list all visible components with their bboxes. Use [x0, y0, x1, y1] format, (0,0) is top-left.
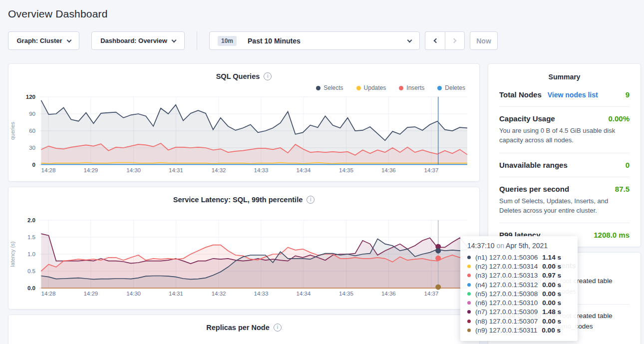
- summary-value: 0.00%: [608, 114, 630, 123]
- svg-text:0.0: 0.0: [27, 285, 35, 291]
- time-range-label: Past 10 Minutes: [248, 37, 301, 45]
- tooltip-time: 14:37:10: [467, 242, 495, 250]
- svg-text:14:35: 14:35: [339, 291, 353, 297]
- svg-text:14:36: 14:36: [381, 291, 396, 297]
- node-address: (n5) 127.0.0.1:50308: [475, 290, 538, 298]
- inserts-dot-icon: [399, 86, 403, 90]
- chart-hover-tooltip: 14:37:10 on Apr 5th, 2021 (n1) 127.0.0.1…: [460, 236, 578, 341]
- node-address: (n6) 127.0.0.1:50310: [475, 299, 538, 307]
- legend-item-updates[interactable]: Updates: [356, 84, 386, 92]
- node-address: (n8) 127.0.0.1:50307: [475, 318, 538, 325]
- replicas-per-node-card: Replicas per Node i: [8, 315, 480, 344]
- legend-label: Deletes: [445, 84, 465, 91]
- view-nodes-list-link[interactable]: View nodes list: [548, 91, 598, 99]
- tooltip-row-n5: (n5) 127.0.0.1:503080.00 s: [467, 289, 571, 298]
- summary-label: Queries per second: [499, 185, 569, 193]
- summary-row-capacity-usage: Capacity Usage 0.00% You are using 0 B o…: [499, 107, 630, 153]
- node-latency-value: 0.00 s: [542, 327, 561, 334]
- sql-queries-title-row: SQL Queries i: [8, 64, 479, 81]
- sql-queries-chart[interactable]: 14:2814:2914:3014:3114:3214:3314:3414:35…: [8, 93, 479, 179]
- node-address: (n4) 127.0.0.1:50312: [475, 281, 538, 289]
- info-icon[interactable]: i: [264, 72, 272, 80]
- tooltip-row-n4: (n4) 127.0.0.1:503120.00 s: [467, 280, 571, 289]
- time-range-dropdown[interactable]: 10m Past 10 Minutes: [209, 31, 420, 50]
- node-address: (n2) 127.0.0.1:50314: [475, 263, 538, 270]
- legend-item-deletes[interactable]: Deletes: [437, 84, 465, 92]
- dashboard-dropdown[interactable]: Dashboard: Overview: [91, 31, 185, 50]
- summary-value: 1208.0 ms: [594, 231, 630, 239]
- tooltip-on: on: [496, 242, 504, 250]
- summary-row-total-nodes: Total Nodes View nodes list 9: [499, 83, 630, 107]
- summary-title: Summary: [499, 73, 630, 81]
- svg-text:14:37: 14:37: [424, 291, 439, 297]
- selects-dot-icon: [316, 86, 321, 90]
- summary-value: 0: [626, 161, 630, 169]
- graph-dropdown[interactable]: Graph: Cluster: [8, 31, 79, 50]
- legend-label: Inserts: [406, 84, 424, 91]
- dashboard-dropdown-label: Dashboard: Overview: [100, 37, 167, 44]
- service-latency-card: Service Latency: SQL, 99th percentile i …: [8, 187, 480, 310]
- now-button[interactable]: Now: [470, 31, 498, 50]
- summary-subtext: You are using 0 B of 4.5 GiB usable disk…: [499, 126, 630, 145]
- svg-text:14:34: 14:34: [296, 291, 311, 297]
- summary-label: Capacity Usage: [499, 114, 555, 123]
- svg-text:14:33: 14:33: [254, 167, 269, 173]
- updates-dot-icon: [356, 86, 361, 90]
- node-latency-value: 0.97 s: [542, 272, 561, 279]
- legend-item-inserts[interactable]: Inserts: [399, 84, 424, 92]
- svg-text:14:36: 14:36: [381, 167, 396, 173]
- toolbar: Graph: Cluster Dashboard: Overview 10m P…: [8, 31, 636, 50]
- node-color-dot-icon: [467, 320, 471, 323]
- toolbar-divider: [197, 31, 197, 50]
- summary-rows: Total Nodes View nodes list 9 Capacity U…: [499, 83, 630, 247]
- info-icon[interactable]: i: [307, 196, 315, 204]
- svg-text:0: 0: [32, 162, 35, 168]
- tooltip-row-n6: (n6) 127.0.0.1:503100.00 s: [467, 298, 571, 307]
- tooltip-row-n3: (n3) 127.0.0.1:503130.97 s: [467, 271, 571, 280]
- charts-column: SQL Queries i Selects Updates Inserts: [8, 63, 480, 344]
- svg-text:14:30: 14:30: [126, 291, 141, 297]
- prev-range-button[interactable]: [425, 31, 445, 50]
- sql-queries-title: SQL Queries: [216, 72, 260, 80]
- svg-text:14:29: 14:29: [83, 167, 98, 173]
- service-latency-chart[interactable]: 14:2814:2914:3014:3114:3214:3314:3414:35…: [8, 216, 479, 302]
- replicas-per-node-title: Replicas per Node: [206, 324, 270, 332]
- summary-value: 9: [626, 90, 630, 99]
- svg-text:queries: queries: [9, 121, 15, 140]
- time-range-pager: [425, 31, 465, 50]
- tooltip-timestamp: 14:37:10 on Apr 5th, 2021: [467, 242, 571, 250]
- node-latency-value: 0.00 s: [542, 290, 561, 298]
- chevron-down-icon: [407, 37, 412, 42]
- svg-text:1.0: 1.0: [27, 251, 35, 257]
- tooltip-row-n8: (n8) 127.0.0.1:503070.00 s: [467, 317, 571, 326]
- summary-row-queries-per-second: Queries per second 87.5 Sum of Selects, …: [499, 177, 630, 224]
- svg-text:90: 90: [29, 111, 35, 117]
- info-icon[interactable]: i: [274, 324, 282, 332]
- node-color-dot-icon: [467, 310, 471, 314]
- time-range-badge: 10m: [218, 36, 237, 46]
- summary-label: Total Nodes: [499, 90, 542, 99]
- sql-queries-legend: Selects Updates Inserts Deletes: [8, 84, 479, 92]
- node-color-dot-icon: [467, 301, 471, 305]
- svg-text:14:29: 14:29: [83, 291, 98, 297]
- chevron-left-icon: [433, 38, 438, 43]
- node-color-dot-icon: [467, 283, 471, 287]
- deletes-dot-icon: [437, 86, 442, 90]
- svg-text:14:31: 14:31: [169, 167, 183, 173]
- tooltip-row-n1: (n1) 127.0.0.1:503061.14 s: [467, 253, 571, 262]
- chevron-down-icon: [171, 37, 176, 42]
- svg-text:1.5: 1.5: [27, 234, 35, 240]
- svg-text:14:35: 14:35: [339, 167, 353, 173]
- node-color-dot-icon: [467, 265, 471, 268]
- node-color-dot-icon: [467, 274, 471, 277]
- legend-item-selects[interactable]: Selects: [316, 84, 343, 92]
- page-title: Overview Dashboard: [8, 8, 644, 20]
- tooltip-row-n7: (n7) 127.0.0.1:503091.48 s: [467, 308, 571, 317]
- svg-text:14:32: 14:32: [212, 291, 226, 297]
- node-address: (n7) 127.0.0.1:50309: [475, 308, 538, 316]
- svg-text:0.5: 0.5: [27, 268, 35, 274]
- next-range-button[interactable]: [445, 31, 465, 50]
- node-latency-value: 1.14 s: [542, 254, 561, 261]
- svg-text:14:31: 14:31: [169, 291, 183, 297]
- svg-text:14:34: 14:34: [296, 167, 311, 173]
